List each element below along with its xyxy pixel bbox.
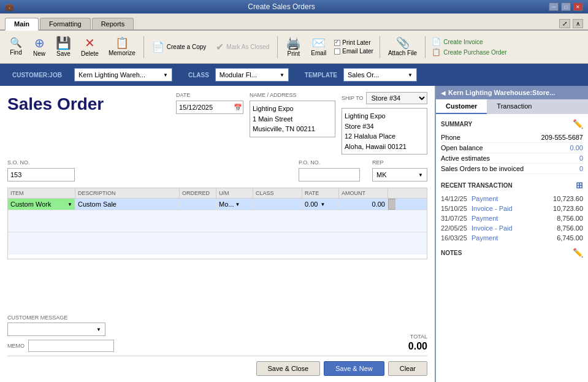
so-no-input[interactable]: [7, 168, 75, 181]
rate-cell[interactable]: 0.00 ▼: [302, 199, 339, 210]
rate-dropdown-arrow[interactable]: ▼: [320, 202, 325, 207]
customer-message-select[interactable]: ▼: [7, 323, 105, 336]
po-no-input[interactable]: [299, 168, 360, 181]
col-amount: AMOUNT: [339, 188, 388, 198]
recent-link-3[interactable]: Invoice - Paid: [472, 224, 557, 232]
item-dropdown-arrow[interactable]: ▼: [67, 202, 72, 207]
calendar-icon[interactable]: 📅: [234, 104, 242, 112]
date-group: DATE 📅: [176, 92, 243, 155]
recent-transactions-section: RECENT TRANSACTION ⊞ 14/12/25 Payment 10…: [441, 180, 583, 243]
recent-link-0[interactable]: Payment: [472, 195, 553, 202]
recent-date-1: 15/10/25: [441, 205, 472, 212]
clear-button[interactable]: Clear: [388, 361, 427, 376]
create-invoice-button[interactable]: 📄 Create Invoice: [432, 37, 506, 46]
table-row[interactable]: Custom Work ▼ Custom Sale Mo... ▼: [8, 199, 427, 210]
col-ordered: ORDERED: [180, 188, 216, 198]
ship-address-box: Lighting Expo Store #34 12 Halalua Place…: [342, 108, 427, 155]
mark-closed-icon: ✔: [216, 41, 224, 53]
ship-to-group: SHIP TO Store #34 Lighting Expo Store #3…: [342, 92, 427, 155]
attach-icon: 📎: [396, 37, 410, 48]
item-cell[interactable]: Custom Work ▼: [8, 199, 75, 210]
close-button[interactable]: ✕: [573, 2, 583, 11]
invoice-icon: 📄: [432, 37, 441, 46]
date-label: DATE: [176, 92, 243, 98]
recent-link-4[interactable]: Payment: [472, 234, 557, 242]
expand-button[interactable]: ⤢: [559, 19, 570, 28]
ship-to-select[interactable]: Store #34: [366, 92, 427, 104]
estimates-value[interactable]: 0: [579, 155, 583, 162]
save-close-button[interactable]: Save & Close: [256, 361, 321, 376]
email-later-checkbox[interactable]: [334, 48, 340, 55]
empty-row-2[interactable]: [8, 232, 427, 254]
customer-message-label: CUSTOMER MESSAGE: [7, 315, 114, 321]
address-line-2: 1 Main Street: [253, 114, 332, 124]
new-button[interactable]: ⊕ New: [28, 33, 50, 61]
scrollbar[interactable]: [388, 199, 395, 210]
notes-edit-icon[interactable]: ✏️: [573, 248, 583, 258]
recent-amount-2: 8,756.00: [557, 215, 583, 222]
amount-cell: 0.00: [339, 199, 388, 210]
orders-value[interactable]: 0: [579, 165, 583, 172]
right-panel: ◀ Kern Lighting Warehouse:Store... Custo…: [435, 86, 588, 382]
maximize-button[interactable]: □: [561, 2, 571, 11]
total-value: 0.00: [408, 341, 427, 352]
right-panel-title: Kern Lighting Warehouse:Store...: [448, 89, 583, 96]
rpanel-tab-transaction[interactable]: Transaction: [487, 99, 541, 114]
new-icon: ⊕: [34, 37, 45, 49]
notes-label: NOTES: [441, 250, 462, 256]
create-invoice-label: Create Invoice: [443, 39, 483, 45]
attach-file-button[interactable]: 📎 Attach File: [384, 33, 421, 61]
ship-to-label: SHIP TO: [342, 95, 364, 101]
memorize-button[interactable]: 📋 Memorize: [104, 33, 140, 61]
delete-button[interactable]: ✕ Delete: [77, 33, 103, 61]
tab-main[interactable]: Main: [5, 18, 39, 31]
form-fields: DATE 📅 NAME / ADDRESS Lighting Expo 1 Ma…: [176, 92, 427, 155]
print-later-checkbox[interactable]: [334, 40, 340, 46]
tabs-row: Main Formatting Reports ⤢ ∧: [0, 13, 588, 31]
description-cell[interactable]: Custom Sale: [75, 199, 180, 210]
balance-value[interactable]: 0.00: [570, 144, 583, 151]
rpanel-tab-customer[interactable]: Customer: [436, 99, 487, 114]
save-button[interactable]: 💾 Save: [52, 33, 75, 61]
po-no-label: P.O. NO.: [299, 159, 360, 166]
print-button[interactable]: 🖨️ Print: [281, 33, 305, 61]
name-address-label: NAME / ADDRESS: [250, 92, 335, 98]
memorize-icon: 📋: [115, 37, 129, 48]
create-purchase-order-button[interactable]: 📋 Create Purchase Order: [432, 48, 506, 56]
ship-line-1: Lighting Expo: [345, 111, 424, 121]
create-copy-button[interactable]: 📄 Create a Copy: [148, 33, 210, 61]
template-select[interactable]: Sales Or... ▼: [343, 68, 417, 82]
minimize-button[interactable]: ─: [549, 2, 559, 11]
empty-row-1[interactable]: [8, 210, 427, 232]
address-line-1: Lighting Expo: [253, 104, 332, 114]
mark-closed-button[interactable]: ✔ Mark As Closed: [212, 33, 273, 61]
um-dropdown-arrow[interactable]: ▼: [235, 202, 240, 207]
class-cell[interactable]: [253, 199, 302, 210]
memo-input[interactable]: [28, 340, 114, 352]
memo-group: MEMO: [7, 340, 114, 352]
collapse-button[interactable]: ∧: [573, 19, 583, 28]
form-top: Sales Order DATE 📅 NAME / ADDRESS: [7, 92, 427, 155]
recent-export-icon[interactable]: ⊞: [576, 180, 583, 190]
class-select[interactable]: Modular Fl... ▼: [215, 68, 289, 82]
find-button[interactable]: 🔍 Find: [5, 33, 27, 61]
summary-edit-icon[interactable]: ✏️: [573, 119, 583, 129]
ordered-cell[interactable]: [180, 199, 216, 210]
recent-amount-4: 6,745.00: [557, 234, 583, 242]
create-purchase-order-label: Create Purchase Order: [443, 49, 506, 56]
tab-reports[interactable]: Reports: [92, 18, 134, 29]
col-item: ITEM: [8, 188, 75, 198]
customer-job-select[interactable]: Kern Lighting Wareh... ▼: [74, 68, 172, 82]
recent-link-1[interactable]: Invoice - Paid: [472, 205, 553, 212]
right-panel-content: SUMMARY ✏️ Phone 209-555-5687 Open balan…: [436, 114, 588, 382]
recent-link-2[interactable]: Payment: [472, 215, 557, 222]
save-new-button[interactable]: Save & New: [324, 361, 384, 376]
phone-label: Phone: [441, 134, 460, 141]
email-button[interactable]: ✉️ Email: [307, 33, 330, 61]
um-value: Mo...: [219, 201, 234, 208]
tab-formatting[interactable]: Formatting: [40, 18, 91, 29]
rep-select[interactable]: MK ▼: [372, 168, 427, 181]
summary-header: SUMMARY ✏️: [441, 119, 583, 129]
recent-date-2: 31/07/25: [441, 215, 472, 222]
um-cell[interactable]: Mo... ▼: [216, 199, 253, 210]
